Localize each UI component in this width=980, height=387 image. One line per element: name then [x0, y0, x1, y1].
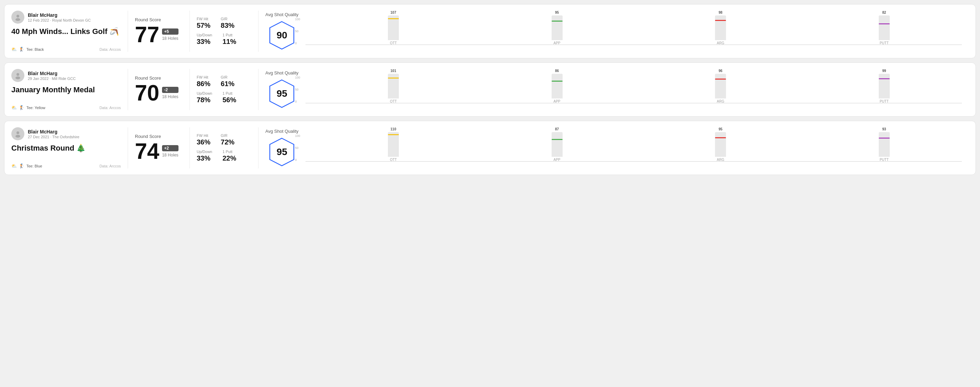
bar-value: 101 — [391, 69, 396, 73]
bar-value: 95 — [555, 11, 559, 14]
gir-stat: GIR 61% — [221, 75, 234, 88]
round-title: Christmas Round 🎄 — [11, 144, 121, 153]
bar-chart: 100 50 0 110 OTT 87 — [305, 127, 962, 168]
hexagon-container: 95 — [266, 78, 297, 109]
holes-text: 18 Holes — [162, 153, 178, 157]
quality-left: Avg Shot Quality 90 — [265, 12, 299, 51]
updown-stat: Up/Down 33% — [197, 149, 212, 162]
card-stats: FW Hit 86% GIR 61% Up/Down 78% 1 Putt — [190, 69, 258, 110]
updown-stat: Up/Down 78% — [197, 91, 212, 104]
bar-column: 86 APP — [479, 69, 635, 103]
user-header: Blair McHarg 27 Dec 2021 · The Oxfordshi… — [11, 127, 121, 140]
card-quality: Avg Shot Quality 90 100 50 0 107 — [258, 11, 969, 52]
updown-label: Up/Down — [197, 91, 212, 95]
score-label: Round Score — [135, 17, 183, 22]
bar-value: 87 — [555, 127, 559, 131]
score-badge: +5 — [162, 29, 178, 35]
fw-hit-value: 57% — [197, 22, 210, 30]
user-header: Blair McHarg 12 Feb 2022 · Royal North D… — [11, 11, 121, 24]
user-name: Blair McHarg — [28, 71, 76, 76]
oneputt-value: 11% — [223, 38, 236, 46]
bar-wrapper — [715, 74, 726, 98]
user-name: Blair McHarg — [28, 12, 91, 18]
svg-point-0 — [16, 15, 19, 17]
oneputt-label: 1 Putt — [223, 33, 236, 37]
updown-value: 33% — [197, 38, 212, 46]
oneputt-value: 56% — [223, 96, 236, 104]
user-meta: 29 Jan 2022 · Mill Ride GCC — [28, 76, 76, 81]
bar-column: 110 OTT — [316, 127, 471, 162]
bag-icon: 🏌️ — [19, 105, 24, 110]
hexagon-container: 95 — [266, 136, 297, 167]
hexagon-score: 90 — [277, 30, 287, 41]
fw-hit-stat: FW Hit 86% — [197, 75, 210, 88]
stats-row-bottom: Up/Down 78% 1 Putt 56% — [197, 91, 251, 104]
bar-chart: 100 50 0 107 OTT 95 — [305, 11, 962, 52]
user-info: Blair McHarg 27 Dec 2021 · The Oxfordshi… — [28, 129, 79, 139]
weather-icon: ⛅ — [11, 105, 17, 110]
user-name: Blair McHarg — [28, 129, 79, 135]
svg-point-1 — [16, 18, 20, 21]
round-title: 40 Mph Winds... Links Golf 🪃 — [11, 27, 121, 36]
bar-value: 99 — [882, 69, 886, 73]
bar-wrapper — [552, 132, 563, 157]
hexagon-score: 95 — [277, 146, 287, 157]
stats-row-top: FW Hit 36% GIR 72% — [197, 133, 251, 146]
card-left: Blair McHarg 27 Dec 2021 · The Oxfordshi… — [11, 127, 128, 168]
tee-label: Tee: Blue — [26, 164, 42, 168]
stats-row-bottom: Up/Down 33% 1 Putt 11% — [197, 33, 251, 46]
card-stats: FW Hit 57% GIR 83% Up/Down 33% 1 Putt — [190, 11, 258, 52]
score-row: 77 +5 18 Holes — [135, 24, 183, 46]
oneputt-stat: 1 Putt 11% — [223, 33, 236, 46]
fw-hit-label: FW Hit — [197, 17, 210, 21]
oneputt-label: 1 Putt — [223, 91, 236, 95]
y-labels: 100 50 0 — [295, 134, 300, 162]
gir-stat: GIR 72% — [221, 133, 234, 146]
bar-column: 99 PUTT — [806, 69, 962, 103]
fw-hit-value: 86% — [197, 80, 210, 88]
gir-value: 61% — [221, 80, 234, 88]
score-detail: -2 18 Holes — [162, 87, 178, 99]
updown-label: Up/Down — [197, 33, 212, 37]
gir-stat: GIR 83% — [221, 17, 234, 30]
quality-left: Avg Shot Quality 95 — [265, 70, 299, 109]
bar-column: 87 APP — [479, 127, 635, 162]
updown-value: 33% — [197, 154, 212, 162]
bar-value: 110 — [391, 127, 396, 131]
stats-row-top: FW Hit 86% GIR 61% — [197, 75, 251, 88]
bars-area: 100 50 0 107 OTT 95 — [305, 17, 962, 52]
user-meta: 27 Dec 2021 · The Oxfordshire — [28, 135, 79, 139]
bar-wrapper — [552, 16, 563, 40]
bar-wrapper — [388, 74, 399, 98]
data-source: Data: Arccos — [100, 164, 121, 168]
chart-baseline — [305, 103, 962, 103]
bar-value: 86 — [555, 69, 559, 73]
bar-value: 93 — [882, 127, 886, 131]
quality-label: Avg Shot Quality — [265, 128, 299, 134]
svg-point-7 — [16, 135, 20, 138]
fw-hit-stat: FW Hit 36% — [197, 133, 210, 146]
round-card: Blair McHarg 12 Feb 2022 · Royal North D… — [4, 4, 976, 58]
bar-column: 96 ARG — [643, 69, 799, 103]
stats-row-bottom: Up/Down 33% 1 Putt 22% — [197, 149, 251, 162]
bars-area: 100 50 0 110 OTT 87 — [305, 134, 962, 168]
bar-wrapper — [715, 132, 726, 157]
card-footer: ⛅ 🏌️ Tee: Black Data: Arccos — [11, 47, 121, 52]
bar-column: 107 OTT — [316, 11, 471, 45]
score-row: 74 +2 18 Holes — [135, 140, 183, 162]
quality-left: Avg Shot Quality 95 — [265, 128, 299, 167]
bag-icon: 🏌️ — [19, 163, 24, 168]
score-number: 74 — [135, 140, 159, 162]
bar-chart: 100 50 0 101 OTT 86 — [305, 69, 962, 110]
chart-baseline — [305, 44, 962, 45]
bar-value: 96 — [719, 69, 722, 73]
oneputt-stat: 1 Putt 56% — [223, 91, 236, 104]
tee-info: ⛅ 🏌️ Tee: Yellow — [11, 105, 45, 110]
bar-wrapper — [879, 74, 890, 98]
card-left: Blair McHarg 29 Jan 2022 · Mill Ride GCC… — [11, 69, 128, 110]
bar-wrapper — [552, 74, 563, 98]
card-score: Round Score 70 -2 18 Holes — [128, 69, 190, 110]
user-info: Blair McHarg 29 Jan 2022 · Mill Ride GCC — [28, 71, 76, 81]
updown-value: 78% — [197, 96, 212, 104]
fw-hit-value: 36% — [197, 138, 210, 146]
